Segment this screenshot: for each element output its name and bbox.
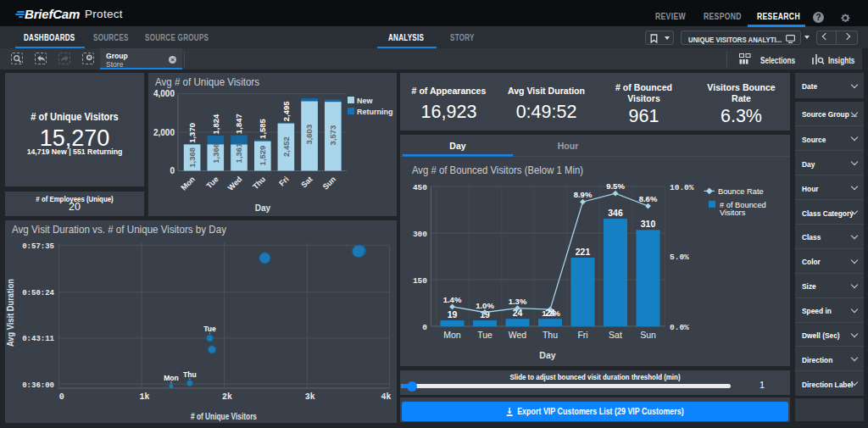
svg-text:0:50:24: 0:50:24 [22,289,54,297]
svg-text:2,495: 2,495 [281,101,291,121]
svg-text:Avg Visit Duration: Avg Visit Duration [5,279,15,347]
svg-text:0: 0 [170,166,175,175]
svg-text:4k: 4k [381,392,391,402]
svg-text:1,368: 1,368 [187,147,197,168]
svg-text:0:36:00: 0:36:00 [22,381,54,390]
svg-text:Wed: Wed [509,330,527,340]
svg-text:1.3%: 1.3% [509,297,527,306]
svg-text:2,000: 2,000 [153,128,175,137]
svg-text:10.0%: 10.0% [670,183,694,192]
svg-text:2k: 2k [222,392,232,402]
svg-text:Day: Day [539,350,555,360]
svg-text:Tue: Tue [203,325,216,333]
svg-text:450: 450 [413,183,427,192]
svg-text:Tue: Tue [477,330,492,340]
svg-text:# of Unique Visitors: # of Unique Visitors [191,411,257,421]
svg-text:1,370: 1,370 [187,123,197,143]
svg-text:Thu: Thu [542,330,558,340]
svg-text:Mon: Mon [443,330,461,340]
svg-text:1,847: 1,847 [234,114,243,134]
svg-text:1.2%: 1.2% [542,308,560,318]
svg-text:1,585: 1,585 [258,118,267,138]
svg-text:Avg Visit Duration vs. # of Un: Avg Visit Duration vs. # of Unique Visit… [12,223,226,236]
svg-text:1.0%: 1.0% [476,301,494,310]
svg-text:Sun: Sun [640,330,656,340]
svg-text:Mon: Mon [164,374,178,382]
svg-text:5.0%: 5.0% [670,253,689,262]
svg-text:1,366: 1,366 [211,143,220,164]
svg-text:1,529: 1,529 [258,146,267,166]
svg-text:Fri: Fri [577,330,587,340]
svg-text:221: 221 [576,247,591,257]
svg-text:Wed: Wed [226,175,244,192]
svg-text:Day: Day [255,203,271,213]
svg-text:310: 310 [641,219,656,229]
svg-text:1,824: 1,824 [211,114,220,134]
svg-text:Returning: Returning [357,108,393,116]
svg-text:Sun: Sun [321,175,338,192]
svg-text:0:43:11: 0:43:11 [22,335,54,343]
svg-text:New: New [357,97,374,105]
svg-text:1k: 1k [139,392,149,402]
svg-text:Sat: Sat [299,175,314,189]
svg-text:Hour: Hour [558,141,579,151]
svg-text:3,573: 3,573 [328,125,337,146]
svg-text:0:57:35: 0:57:35 [22,242,54,251]
svg-text:8.6%: 8.6% [639,194,658,203]
svg-text:Avg # of Bounced Visitors (Bel: Avg # of Bounced Visitors (Below 1 Min) [412,164,583,176]
svg-text:Fri: Fri [277,175,290,187]
svg-text:Day: Day [449,141,465,151]
svg-text:1,361: 1,361 [234,142,243,163]
svg-text:Thu: Thu [251,175,267,191]
svg-text:0: 0 [422,323,427,332]
svg-text:Bounce Rate: Bounce Rate [718,187,764,196]
svg-text:Tue: Tue [205,175,220,190]
svg-text:19: 19 [448,309,458,320]
svg-text:346: 346 [608,208,623,218]
svg-text:2,452: 2,452 [281,136,291,157]
svg-text:0: 0 [59,392,64,402]
svg-text:300: 300 [413,230,427,239]
svg-text:Thu: Thu [183,370,197,379]
svg-text:3,603: 3,603 [304,125,314,145]
svg-text:3k: 3k [305,392,315,402]
svg-text:Mon: Mon [180,175,198,192]
svg-text:Avg # of Unique Visitors: Avg # of Unique Visitors [155,75,259,88]
svg-text:150: 150 [413,276,427,286]
svg-text:4,000: 4,000 [153,89,175,98]
svg-text:Sat: Sat [609,330,622,340]
svg-text:Visitors: Visitors [720,208,746,217]
svg-text:0.0%: 0.0% [670,323,689,332]
svg-text:1.4%: 1.4% [443,295,462,304]
svg-text:9.5%: 9.5% [606,181,625,191]
svg-text:8.9%: 8.9% [574,190,593,199]
